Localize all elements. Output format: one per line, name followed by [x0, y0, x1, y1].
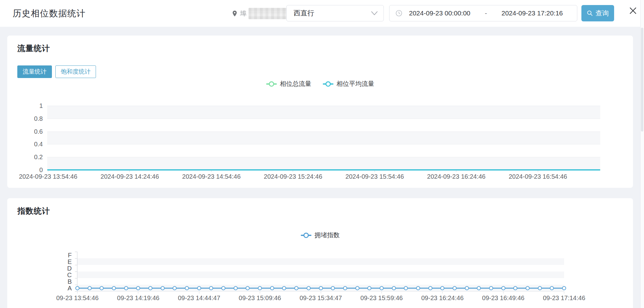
x-axis-label: 2024-09-23 15:24:46	[264, 173, 322, 180]
direction-select[interactable]: 西直行	[286, 5, 384, 21]
date-range-separator: -	[485, 9, 487, 17]
data-point-marker	[160, 286, 165, 290]
y-axis-tick	[75, 278, 77, 278]
x-axis-tick	[503, 291, 503, 294]
data-point-marker	[270, 286, 274, 290]
tab-saturation-stats[interactable]: 饱和度统计	[55, 65, 96, 78]
query-button[interactable]: 查询	[581, 5, 614, 21]
grid-band	[77, 278, 564, 285]
x-axis-tick	[381, 291, 382, 294]
tab-flow-stats[interactable]: 流量统计	[17, 65, 52, 78]
data-point-marker	[379, 286, 384, 290]
data-point-marker	[367, 286, 372, 290]
flow-stats-card: 流量统计 流量统计饱和度统计 相位总流量相位平均流量 00.20.40.60.8…	[7, 36, 633, 188]
data-point-marker	[392, 286, 396, 290]
page-scrollbar[interactable]	[640, 0, 644, 308]
location-pin-icon	[231, 10, 238, 17]
data-point-marker	[124, 286, 128, 290]
legend-item[interactable]: 拥堵指数	[301, 231, 340, 239]
data-point-marker	[355, 286, 359, 290]
y-axis-label: 0.6	[3, 128, 43, 135]
data-point-marker	[440, 286, 445, 290]
grid-band	[47, 106, 600, 119]
x-axis-label: 09-23 17:14:46	[543, 294, 585, 302]
x-axis-label: 09-23 16:49:46	[482, 294, 524, 302]
data-point-marker	[501, 286, 505, 290]
legend-line-icon	[323, 83, 333, 85]
y-axis-label: D	[58, 265, 72, 272]
y-axis-tick	[75, 258, 77, 259]
legend-dot-icon	[325, 81, 331, 87]
data-point-marker	[246, 286, 250, 290]
x-axis-label: 09-23 15:34:47	[300, 294, 342, 302]
page-title: 历史相位数据统计	[13, 0, 86, 27]
data-point-marker	[173, 286, 177, 290]
phase-history-dialog: 历史相位数据统计 埠 西直行 2024-09-23 00:00:00 - 202…	[0, 0, 644, 308]
date-range-picker[interactable]: 2024-09-23 00:00:00 - 2024-09-23 17:20:1…	[389, 5, 577, 21]
data-point-marker	[538, 286, 542, 290]
data-point-marker	[306, 286, 311, 290]
x-axis-label: 09-23 15:09:46	[239, 294, 281, 302]
y-axis-tick	[75, 285, 77, 285]
grid-band	[77, 252, 564, 258]
data-point-marker	[221, 286, 226, 290]
x-axis-tick	[260, 291, 260, 294]
y-axis-label: 0.4	[3, 141, 43, 148]
x-axis-label: 2024-09-23 16:24:46	[427, 173, 486, 180]
data-point-marker	[331, 286, 335, 290]
congestion-chart-plot[interactable]: ABCDEF09-23 13:54:4609-23 14:19:4609-23 …	[77, 252, 564, 292]
legend-line-icon	[301, 235, 311, 236]
legend-label: 相位总流量	[280, 80, 311, 88]
data-point-marker	[258, 286, 262, 290]
y-axis-label: E	[58, 258, 72, 265]
y-axis-label: C	[58, 271, 72, 278]
data-point-marker	[233, 286, 238, 290]
data-point-marker	[136, 286, 140, 290]
legend-dot-icon	[269, 81, 274, 87]
end-datetime[interactable]: 2024-09-23 17:20:16	[501, 9, 563, 17]
dialog-header: 历史相位数据统计 埠 西直行 2024-09-23 00:00:00 - 202…	[0, 0, 644, 27]
grid-band	[47, 157, 600, 170]
y-axis-label: 0	[3, 166, 43, 174]
scrollbar-thumb[interactable]	[641, 28, 643, 132]
y-axis-label: F	[58, 251, 72, 259]
flow-card-title: 流量统计	[17, 43, 50, 53]
grid-band	[47, 119, 600, 132]
data-point-marker	[428, 286, 432, 290]
start-datetime[interactable]: 2024-09-23 00:00:00	[409, 9, 470, 17]
data-point-marker	[562, 286, 566, 290]
y-axis-label: 0.2	[3, 154, 43, 161]
clock-icon	[395, 9, 403, 17]
legend-label: 相位平均流量	[337, 80, 374, 88]
index-stats-card: 指数统计 拥堵指数 ABCDEF09-23 13:54:4609-23 14:1…	[7, 198, 633, 308]
x-axis-tick	[77, 291, 78, 294]
grid-band	[77, 258, 564, 265]
grid-band	[77, 272, 564, 278]
legend-item[interactable]: 相位平均流量	[323, 80, 374, 88]
y-axis-tick	[75, 291, 77, 292]
flow-chart-legend: 相位总流量相位平均流量	[7, 80, 633, 88]
data-point-marker	[185, 286, 189, 290]
data-point-marker	[294, 286, 299, 290]
data-point-marker	[465, 286, 469, 290]
legend-line-icon	[266, 83, 277, 85]
data-point-marker	[148, 286, 153, 290]
data-point-marker	[197, 286, 201, 290]
y-axis-label: 0.8	[3, 115, 43, 122]
legend-label: 拥堵指数	[315, 231, 340, 239]
close-icon[interactable]	[626, 4, 640, 18]
flow-chart-plot[interactable]: 00.20.40.60.812024-09-23 13:54:462024-09…	[47, 106, 600, 170]
data-point-marker	[452, 286, 456, 290]
y-axis-tick	[75, 252, 77, 252]
legend-item[interactable]: 相位总流量	[266, 80, 311, 88]
x-axis-tick	[564, 291, 564, 294]
y-axis-tick	[75, 265, 77, 265]
data-point-marker	[513, 286, 518, 290]
data-point-marker	[404, 286, 408, 290]
index-card-title: 指数统计	[17, 206, 50, 216]
grid-band	[77, 265, 564, 272]
y-axis-label: 1	[3, 102, 43, 109]
location-name-partial: 埠	[240, 9, 247, 18]
x-axis-tick	[442, 291, 443, 294]
data-point-marker	[100, 286, 104, 290]
